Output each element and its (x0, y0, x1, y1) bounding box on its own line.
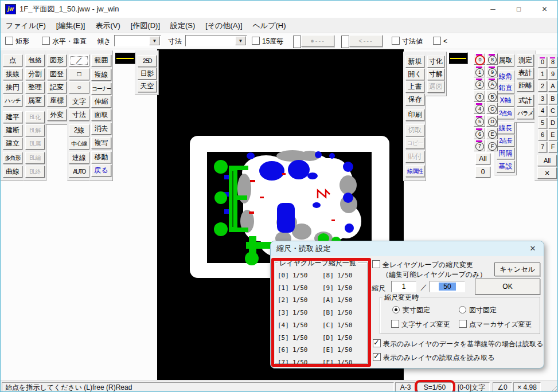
btn-file-0[interactable]: 新規 (405, 56, 424, 68)
layer-group-button-3[interactable]: 3 (474, 91, 485, 102)
btn-edit2-3[interactable]: 属変 (25, 95, 45, 107)
dimension-dropdown-arrow-icon[interactable]: ▼ (235, 36, 246, 45)
layer-button-9[interactable]: 9 (548, 69, 557, 80)
btn-file-1[interactable]: 開く (405, 68, 424, 80)
btn-calc-0[interactable]: 測定 (517, 54, 534, 66)
btn-file-4[interactable]: 印刷 (405, 109, 424, 121)
btn-modify-2[interactable]: コーナー (91, 83, 111, 95)
btn-edit1-7[interactable]: 多角形 (3, 152, 22, 164)
btn-lib-2[interactable]: 記変 (47, 81, 67, 93)
all-groups-change-checkbox-box[interactable] (372, 260, 380, 268)
btn-snap-0[interactable]: 属取 (497, 54, 514, 66)
minimize-button[interactable]: ─ (480, 1, 506, 18)
layer-button-7[interactable]: 7 (538, 142, 547, 152)
horizontal-vertical-checkbox[interactable]: 水平・垂直 (42, 36, 87, 47)
scale-indicator[interactable]: S=1/50 (417, 382, 452, 392)
btn-snap-4[interactable]: 2点角 (497, 107, 514, 119)
angle-indicator[interactable]: ∠0 (493, 382, 512, 392)
btn-edit1-6[interactable]: 建立 (3, 138, 22, 150)
menu-item-4[interactable]: 設定(S) (165, 18, 200, 33)
layer-button-1[interactable]: 1 (538, 69, 547, 80)
line-attribute-preview-right[interactable] (448, 52, 468, 64)
layer-button-C[interactable]: C (548, 105, 557, 116)
btn-snap-6[interactable]: 2点長 (497, 135, 514, 147)
btn-draw-4[interactable]: 寸法 (69, 109, 89, 121)
paper-size-fixed-radio[interactable]: 図寸固定 (459, 305, 497, 315)
menu-item-0[interactable]: ファイル(F) (1, 18, 51, 33)
ok-button[interactable]: OK (475, 279, 540, 295)
rectangle-checkbox[interactable]: 矩形 (5, 36, 29, 47)
maximize-button[interactable]: □ (506, 1, 532, 18)
btn-edit1-5[interactable]: 建断 (3, 124, 22, 136)
btn-modify-7[interactable]: 移動 (91, 151, 111, 163)
btn-view3d-0[interactable]: 2.5D (138, 55, 157, 67)
layer-button-A[interactable]: A (548, 81, 557, 92)
menu-item-1[interactable]: [編集(E)] (51, 18, 91, 33)
layer-button-3[interactable]: 3 (538, 93, 547, 104)
btn-calc-4[interactable]: パラメ (517, 107, 534, 119)
resize-grip[interactable] (549, 386, 557, 392)
btn-snap-5[interactable]: 線長 (497, 122, 514, 134)
layer-group-button-7[interactable]: 7 (474, 140, 485, 151)
layer-indicator[interactable]: [0-0]文字 (453, 382, 490, 392)
slope-select[interactable]: ▼ (114, 35, 161, 46)
btn-edit1-2[interactable]: 接円 (3, 81, 22, 93)
btn-edit1-4[interactable]: 建平 (3, 111, 22, 123)
btn-modify-3[interactable]: 伸縮 (91, 96, 111, 108)
layer-button-4[interactable]: 4 (538, 105, 547, 116)
layer-group-button-5[interactable]: 5 (474, 115, 485, 127)
menu-item-3[interactable]: [作図(D)] (126, 18, 165, 33)
btn-draw-3[interactable]: 文字 (69, 96, 89, 108)
layer-group-button-0[interactable]: 0 (474, 53, 485, 65)
slope-dropdown-arrow-icon[interactable]: ▼ (149, 36, 160, 45)
btn-file-3[interactable]: 保存 (405, 93, 424, 105)
read-display-only-points-checkbox[interactable]: 表示のみレイヤの読取点を読み取る (373, 353, 495, 363)
layer-button-D[interactable]: D (548, 117, 557, 128)
real-size-fixed-radio[interactable]: 実寸固定 (392, 305, 430, 315)
btn-edit1-8[interactable]: 曲線 (3, 166, 22, 178)
layer-group-button-4[interactable]: 4 (474, 103, 485, 114)
btn-file-2[interactable]: 上書 (405, 81, 424, 93)
layer-group-button-F[interactable]: F (486, 140, 498, 151)
btn-draw-6[interactable]: 中心線 (69, 138, 89, 150)
read-display-only-data-checkbox[interactable]: 表示のみレイヤのデータを基準線等の場合は読取る (373, 339, 543, 349)
btn-snap-7[interactable]: 間隔 (497, 147, 514, 159)
btn-snap-8[interactable]: 基設 (497, 160, 514, 173)
btn-draw-0[interactable]: ／ (69, 54, 89, 66)
btn-edit2-0[interactable]: 包絡 (25, 54, 45, 66)
layer-group-button-9[interactable]: 9 (486, 66, 498, 77)
menu-item-6[interactable]: ヘルプ(H) (248, 18, 291, 33)
btn-edit2-2[interactable]: 整理 (25, 81, 45, 93)
btn-view3d-1[interactable]: 日影 (138, 68, 157, 80)
layer-button-0[interactable]: 0 (538, 57, 547, 68)
point-marker-size-checkbox[interactable]: 点マーカサイズ変更 (459, 320, 532, 330)
layer-group-button-D[interactable]: D (486, 115, 498, 127)
layer-group-button-6[interactable]: 6 (474, 128, 485, 139)
layer-group-button-C[interactable]: C (486, 103, 498, 114)
layer-button-8[interactable]: 8 (548, 57, 557, 68)
btn-calc-1[interactable]: 表計 (517, 67, 534, 79)
all-groups-change-checkbox[interactable]: 全レイヤグループの縮尺変更 (372, 260, 473, 270)
layer-group-button-E[interactable]: E (486, 128, 498, 139)
btn-snap-1[interactable]: 線角 (497, 70, 514, 83)
cancel-button[interactable]: キャンセル (494, 262, 540, 276)
btn-edit1-0[interactable]: 点 (3, 54, 22, 66)
dialog-close-icon[interactable]: ✕ (526, 242, 539, 255)
btn-modify-0[interactable]: 範囲 (91, 54, 111, 66)
text-size-change-checkbox-box[interactable] (391, 320, 399, 328)
btn-modify-5[interactable]: 消去 (91, 123, 111, 135)
btn-draw-7[interactable]: 連線 (69, 152, 89, 164)
btn-file-8[interactable]: 線属性 (405, 165, 424, 177)
layer-button-B[interactable]: B (548, 93, 557, 104)
layer-group-button-1[interactable]: 1 (474, 66, 485, 77)
close-button[interactable]: ✕ (532, 1, 557, 18)
btn-edit2-1[interactable]: 分割 (25, 68, 45, 80)
layer-group-all-button[interactable]: All (475, 153, 490, 164)
layer-group-button-B[interactable]: B (486, 91, 498, 102)
every-15deg-checkbox-box[interactable] (252, 37, 260, 45)
rectangle-checkbox-box[interactable] (5, 37, 13, 45)
menu-item-5[interactable]: [その他(A)] (200, 18, 247, 33)
layer-group-button-8[interactable]: 8 (486, 53, 498, 65)
menu-item-2[interactable]: 表示(V) (90, 18, 125, 33)
less-than-checkbox[interactable]: < (433, 36, 447, 47)
